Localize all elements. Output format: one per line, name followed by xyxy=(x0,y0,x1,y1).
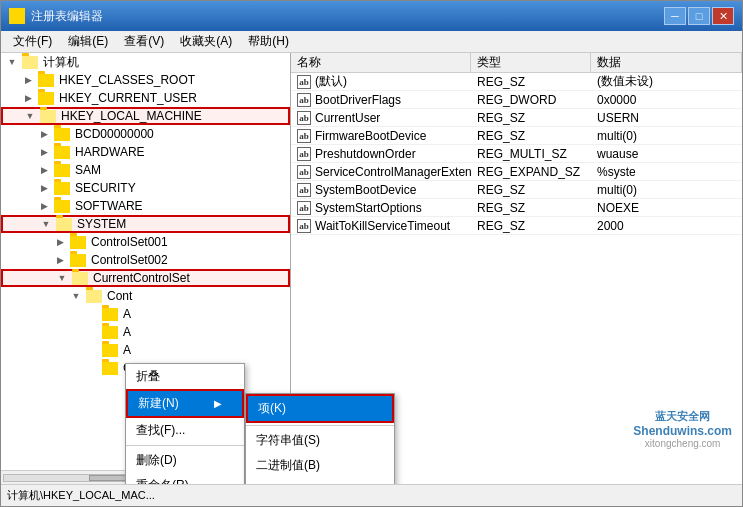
folder-icon-cs001 xyxy=(70,236,86,249)
tree-item-security[interactable]: ▶ SECURITY xyxy=(1,179,290,197)
cell-data-7: NOEXE xyxy=(591,201,742,215)
folder-icon-cont xyxy=(86,290,102,303)
expand-icon-cs002[interactable]: ▶ xyxy=(53,253,67,267)
folder-icon-ccs xyxy=(72,272,88,285)
ctx-item-find[interactable]: 查找(F)... xyxy=(126,418,244,443)
table-header: 名称 类型 数据 xyxy=(291,53,742,73)
table-row[interactable]: ab PreshutdownOrder REG_MULTI_SZ wuause xyxy=(291,145,742,163)
expand-icon-system[interactable]: ▼ xyxy=(39,217,53,231)
tree-root[interactable]: ▼ 计算机 xyxy=(1,53,290,71)
menu-view[interactable]: 查看(V) xyxy=(116,31,172,52)
expand-icon-c1[interactable] xyxy=(85,361,99,375)
sub-ctx-item-dword[interactable]: DWORD (32-位值)(D) xyxy=(246,478,394,484)
cell-type-2: REG_SZ xyxy=(471,111,591,125)
tree-label-hkcr: HKEY_CLASSES_ROOT xyxy=(57,73,195,87)
ctx-item-new[interactable]: 新建(N) ▶ xyxy=(126,389,244,418)
expand-icon-a2[interactable] xyxy=(85,325,99,339)
folder-icon-sam xyxy=(54,164,70,177)
tree-item-a1[interactable]: A xyxy=(1,305,290,323)
window-controls: ─ □ ✕ xyxy=(664,7,734,25)
minimize-button[interactable]: ─ xyxy=(664,7,686,25)
reg-icon-8: ab xyxy=(297,219,311,233)
registry-editor-window: 注册表编辑器 ─ □ ✕ 文件(F) 编辑(E) 查看(V) 收藏夹(A) 帮助… xyxy=(0,0,743,507)
expand-icon-security[interactable]: ▶ xyxy=(37,181,51,195)
tree-item-system[interactable]: ▼ SYSTEM xyxy=(1,215,290,233)
expand-icon-bcd[interactable]: ▶ xyxy=(37,127,51,141)
tree-label-security: SECURITY xyxy=(73,181,136,195)
table-row[interactable]: ab SystemBootDevice REG_SZ multi(0) xyxy=(291,181,742,199)
cell-type-1: REG_DWORD xyxy=(471,93,591,107)
tree-item-a3[interactable]: A xyxy=(1,341,290,359)
close-button[interactable]: ✕ xyxy=(712,7,734,25)
cell-data-0: (数值未设) xyxy=(591,73,742,90)
reg-icon-3: ab xyxy=(297,129,311,143)
tree-label-a2: A xyxy=(121,325,131,339)
expand-icon-cont[interactable]: ▼ xyxy=(69,289,83,303)
tree-item-hardware[interactable]: ▶ HARDWARE xyxy=(1,143,290,161)
table-row[interactable]: ab BootDriverFlags REG_DWORD 0x0000 xyxy=(291,91,742,109)
watermark-line2: Shenduwins.com xyxy=(633,424,732,438)
table-row[interactable]: ab ServiceControlManagerExtension REG_EX… xyxy=(291,163,742,181)
sub-ctx-item-binary[interactable]: 二进制值(B) xyxy=(246,453,394,478)
table-row[interactable]: ab (默认) REG_SZ (数值未设) xyxy=(291,73,742,91)
table-row[interactable]: ab SystemStartOptions REG_SZ NOEXE xyxy=(291,199,742,217)
menu-edit[interactable]: 编辑(E) xyxy=(60,31,116,52)
ctx-item-collapse[interactable]: 折叠 xyxy=(126,364,244,389)
cell-type-6: REG_SZ xyxy=(471,183,591,197)
expand-icon-cs001[interactable]: ▶ xyxy=(53,235,67,249)
expand-icon-root[interactable]: ▼ xyxy=(5,55,19,69)
table-row[interactable]: ab CurrentUser REG_SZ USERN xyxy=(291,109,742,127)
menu-help[interactable]: 帮助(H) xyxy=(240,31,297,52)
expand-icon-a1[interactable] xyxy=(85,307,99,321)
menu-favorites[interactable]: 收藏夹(A) xyxy=(172,31,240,52)
cell-data-3: multi(0) xyxy=(591,129,742,143)
tree-item-cs002[interactable]: ▶ ControlSet002 xyxy=(1,251,290,269)
reg-icon-4: ab xyxy=(297,147,311,161)
tree-item-software[interactable]: ▶ SOFTWARE xyxy=(1,197,290,215)
reg-icon-5: ab xyxy=(297,165,311,179)
watermark-line1: 蓝天安全网 xyxy=(633,409,732,424)
tree-item-a2[interactable]: A xyxy=(1,323,290,341)
folder-icon-a2 xyxy=(102,326,118,339)
ctx-item-rename[interactable]: 重命名(R) xyxy=(126,473,244,484)
expand-icon-sam[interactable]: ▶ xyxy=(37,163,51,177)
cell-name-8: ab WaitToKillServiceTimeout xyxy=(291,219,471,233)
cell-name-6: ab SystemBootDevice xyxy=(291,183,471,197)
cell-type-5: REG_EXPAND_SZ xyxy=(471,165,591,179)
ctx-item-delete[interactable]: 删除(D) xyxy=(126,448,244,473)
tree-item-hkcr[interactable]: ▶ HKEY_CLASSES_ROOT xyxy=(1,71,290,89)
folder-icon-a1 xyxy=(102,308,118,321)
tree-label-root: 计算机 xyxy=(41,54,79,71)
expand-icon-software[interactable]: ▶ xyxy=(37,199,51,213)
expand-icon-hkcu[interactable]: ▶ xyxy=(21,91,35,105)
tree-label-a1: A xyxy=(121,307,131,321)
expand-icon-ccs[interactable]: ▼ xyxy=(55,271,69,285)
expand-icon-a3[interactable] xyxy=(85,343,99,357)
maximize-button[interactable]: □ xyxy=(688,7,710,25)
reg-icon-1: ab xyxy=(297,93,311,107)
tree-label-software: SOFTWARE xyxy=(73,199,143,213)
sub-ctx-item-string[interactable]: 字符串值(S) xyxy=(246,428,394,453)
expand-icon-hardware[interactable]: ▶ xyxy=(37,145,51,159)
reg-icon-0: ab xyxy=(297,75,311,89)
expand-icon-hklm[interactable]: ▼ xyxy=(23,109,37,123)
reg-icon-6: ab xyxy=(297,183,311,197)
menu-file[interactable]: 文件(F) xyxy=(5,31,60,52)
tree-label-a3: A xyxy=(121,343,131,357)
folder-icon-hardware xyxy=(54,146,70,159)
tree-item-hklm[interactable]: ▼ HKEY_LOCAL_MACHINE xyxy=(1,107,290,125)
tree-item-cs001[interactable]: ▶ ControlSet001 xyxy=(1,233,290,251)
watermark-line3: xitongcheng.com xyxy=(633,438,732,449)
tree-item-sam[interactable]: ▶ SAM xyxy=(1,161,290,179)
sub-ctx-item-key[interactable]: 项(K) xyxy=(246,394,394,423)
cell-data-2: USERN xyxy=(591,111,742,125)
titlebar: 注册表编辑器 ─ □ ✕ xyxy=(1,1,742,31)
col-header-type: 类型 xyxy=(471,53,591,72)
tree-item-hkcu[interactable]: ▶ HKEY_CURRENT_USER xyxy=(1,89,290,107)
tree-item-bcd[interactable]: ▶ BCD00000000 xyxy=(1,125,290,143)
table-row[interactable]: ab FirmwareBootDevice REG_SZ multi(0) xyxy=(291,127,742,145)
expand-icon-hkcr[interactable]: ▶ xyxy=(21,73,35,87)
tree-item-ccs[interactable]: ▼ CurrentControlSet xyxy=(1,269,290,287)
table-row[interactable]: ab WaitToKillServiceTimeout REG_SZ 2000 xyxy=(291,217,742,235)
tree-item-cont[interactable]: ▼ Cont xyxy=(1,287,290,305)
